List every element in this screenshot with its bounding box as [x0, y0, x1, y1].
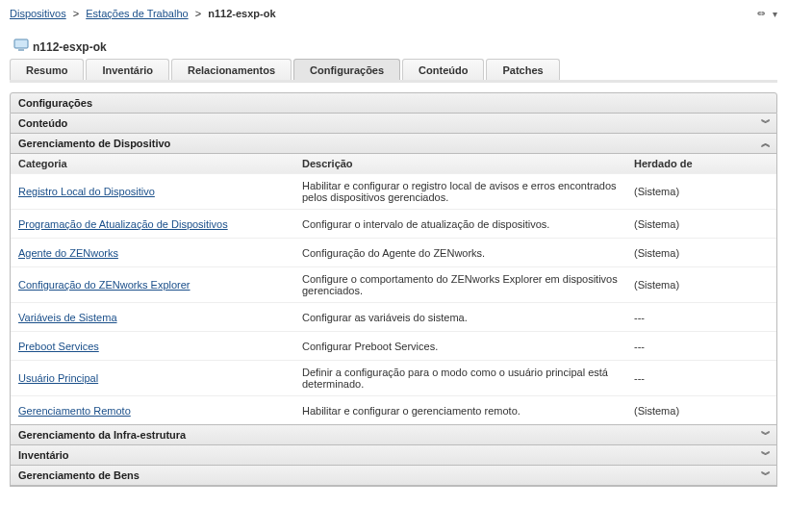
svg-rect-1: [18, 49, 24, 51]
section-title: Inventário: [18, 449, 69, 461]
cell-desc: Configuração do Agente do ZENworks.: [294, 241, 626, 265]
page-title: n112-esxp-ok: [33, 40, 107, 54]
panel-bottom: [10, 486, 777, 487]
table-row: Agente do ZENworks Configuração do Agent…: [11, 238, 776, 266]
link-agente-zenworks[interactable]: Agente do ZENworks: [18, 247, 118, 259]
link-gerenciamento-remoto[interactable]: Gerenciamento Remoto: [18, 405, 131, 417]
table-row: Preboot Services Configurar Preboot Serv…: [11, 331, 776, 360]
cell-herdado: (Sistema): [626, 273, 776, 296]
link-actions-icon[interactable]: ▾: [755, 9, 777, 19]
breadcrumb-link-dispositivos[interactable]: Dispositivos: [10, 8, 66, 19]
tabs: Resumo Inventário Relacionamentos Config…: [10, 59, 777, 83]
link-variaveis-sistema[interactable]: Variáveis de Sistema: [18, 312, 117, 323]
link-programacao-atualizacao[interactable]: Programação de Atualização de Dispositiv…: [18, 218, 228, 230]
section-gerenciamento-dispositivo[interactable]: Gerenciamento de Dispositivo ︽: [10, 134, 777, 154]
section-title: Configurações: [18, 97, 92, 109]
tab-resumo[interactable]: Resumo: [10, 59, 84, 80]
svg-rect-0: [14, 39, 28, 48]
chevron-expand-icon[interactable]: ︾: [761, 470, 769, 480]
link-preboot-services[interactable]: Preboot Services: [18, 341, 99, 352]
breadcrumb-current: n112-esxp-ok: [208, 8, 275, 19]
table-row: Variáveis de Sistema Configurar as variá…: [11, 302, 776, 331]
section-title: Conteúdo: [18, 117, 67, 129]
chevron-expand-icon[interactable]: ︾: [761, 450, 769, 460]
table-row: Registro Local do Dispositivo Habilitar …: [11, 173, 776, 209]
section-title: Gerenciamento da Infra-estrutura: [18, 429, 186, 441]
cell-herdado: (Sistema): [626, 213, 776, 236]
cell-desc: Configurar as variáveis do sistema.: [294, 306, 626, 329]
cell-herdado: (Sistema): [626, 241, 776, 265]
table-row: Gerenciamento Remoto Habilitar e configu…: [11, 395, 776, 424]
breadcrumb-sep: >: [195, 8, 201, 19]
tab-patches[interactable]: Patches: [486, 59, 559, 80]
table-row: Configuração do ZENworks Explorer Config…: [11, 266, 776, 302]
section-bens[interactable]: Gerenciamento de Bens ︾: [10, 466, 777, 486]
section-inventario[interactable]: Inventário ︾: [10, 445, 777, 466]
breadcrumb: Dispositivos > Estações de Trabalho > n1…: [10, 8, 276, 19]
section-title: Gerenciamento de Dispositivo: [18, 138, 170, 149]
cell-desc: Habilitar e configurar o gerenciamento r…: [294, 399, 626, 422]
cell-herdado: ---: [626, 335, 776, 358]
chevron-collapse-icon[interactable]: ︽: [761, 139, 769, 148]
tab-relacionamentos[interactable]: Relacionamentos: [171, 59, 292, 80]
section-conteudo[interactable]: Conteúdo ︾: [10, 114, 777, 134]
monitor-icon: [13, 38, 29, 55]
cell-herdado: (Sistema): [626, 399, 776, 422]
col-descricao: Descrição: [294, 154, 626, 173]
chevron-expand-icon[interactable]: ︾: [761, 430, 769, 440]
column-headers: Categoria Descrição Herdado de: [10, 154, 777, 173]
tab-conteudo[interactable]: Conteúdo: [402, 59, 484, 80]
link-registro-local[interactable]: Registro Local do Dispositivo: [18, 186, 155, 197]
section-title: Gerenciamento de Bens: [18, 469, 140, 481]
cell-herdado: ---: [626, 367, 776, 390]
cell-desc: Habilitar e configurar o registro local …: [294, 174, 626, 209]
chevron-expand-icon[interactable]: ︾: [761, 118, 769, 128]
cell-desc: Configurar o intervalo de atualização de…: [294, 213, 626, 236]
col-herdado: Herdado de: [626, 154, 776, 173]
cell-desc: Configure o comportamento do ZENworks Ex…: [294, 267, 626, 302]
cell-desc: Definir a configuração para o modo como …: [294, 361, 626, 395]
cell-desc: Configurar Preboot Services.: [294, 335, 626, 358]
col-categoria: Categoria: [11, 154, 294, 173]
cell-herdado: ---: [626, 306, 776, 329]
table-row: Usuário Principal Definir a configuração…: [11, 360, 776, 395]
breadcrumb-link-estacoes[interactable]: Estações de Trabalho: [86, 8, 188, 19]
settings-table: Registro Local do Dispositivo Habilitar …: [10, 173, 777, 424]
link-zenworks-explorer[interactable]: Configuração do ZENworks Explorer: [18, 279, 190, 291]
link-usuario-principal[interactable]: Usuário Principal: [18, 372, 98, 384]
table-row: Programação de Atualização de Dispositiv…: [11, 209, 776, 238]
breadcrumb-sep: >: [73, 8, 79, 19]
tab-configuracoes[interactable]: Configurações: [293, 59, 400, 80]
cell-herdado: (Sistema): [626, 180, 776, 203]
section-configuracoes: Configurações: [10, 92, 777, 114]
section-infra[interactable]: Gerenciamento da Infra-estrutura ︾: [10, 424, 777, 445]
tab-inventario[interactable]: Inventário: [86, 59, 169, 80]
chevron-down-icon: ▾: [773, 9, 777, 19]
